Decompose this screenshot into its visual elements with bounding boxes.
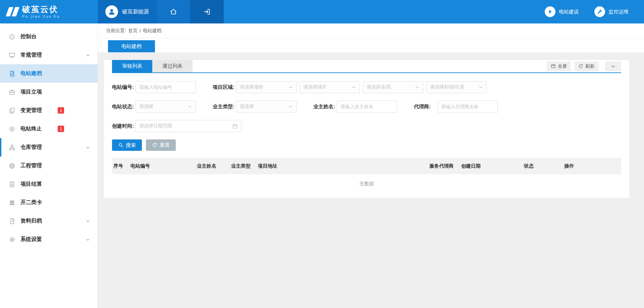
main-area: 当前位置: 首页 / 电站建档 电站建档 审核列表 通过列表 全屏 [98, 23, 644, 308]
calendar-icon [232, 123, 238, 129]
logout-icon [203, 8, 211, 15]
station-status-label: 电站状态: [112, 104, 136, 110]
sidebar-item-general-mgmt[interactable]: 常规管理 [0, 46, 98, 64]
globe-icon [9, 163, 15, 169]
breadcrumb-home-link[interactable]: 首页 [128, 28, 138, 34]
region-label: 项目区域: [213, 84, 236, 90]
filter-form: 电站编号: 项目区域: 请选择省份 请选择城市 请选择县/区 [112, 73, 621, 132]
station-termination-badge: 1 [58, 126, 64, 132]
brand-logo[interactable]: 破茧云伏 Po Jian Yun Fu [0, 0, 98, 23]
date-range-picker[interactable]: 请选择日期范围 [136, 120, 241, 132]
reset-icon [152, 142, 157, 148]
logo-icon [7, 7, 18, 16]
nav-monitoring-ops[interactable]: 监控运维 [594, 0, 629, 23]
sidebar-item-system-settings[interactable]: 系统设置 [0, 230, 98, 249]
breadcrumb: 当前位置: 首页 / 电站建档 [98, 23, 644, 38]
station-no-label: 电站编号: [112, 84, 136, 90]
sidebar-item-label: 电站建档 [20, 70, 42, 77]
chevron-down-icon [611, 64, 615, 69]
sidebar-item-station-termination[interactable]: 电站终止 1 [0, 120, 98, 138]
agent-input[interactable] [437, 101, 498, 113]
logo-subtitle: Po Jian Yun Fu [22, 14, 60, 18]
table-header-row: 序号 电站编号 业主姓名 业主类型 项目地址 服务代理商 创建日期 状态 操作 [112, 158, 621, 174]
panel-tools: 全屏 刷新 [547, 61, 621, 71]
header-spacer [224, 0, 545, 23]
page-tab-station-archive[interactable]: 电站建档 [108, 40, 155, 52]
filter-row-2: 电站状态: 请选择 业主类型: 请选择 业主姓名: 代理商: [112, 101, 621, 113]
monitor-icon [9, 52, 15, 59]
sidebar-item-label: 开二类卡 [20, 199, 42, 206]
tab-passed-list[interactable]: 通过列表 [152, 60, 193, 72]
sidebar-item-project-settlement[interactable]: 项目结算 [0, 175, 98, 193]
sidebar: 控制台 常规管理 电站建档 项目立项 变更管理 1 [0, 23, 98, 308]
list-icon [9, 199, 15, 206]
town-select-value: 请选择村镇/街道 [430, 84, 478, 90]
chevron-down-icon [86, 219, 90, 224]
reset-button[interactable]: 重置 [146, 139, 176, 151]
logo-title: 破茧云伏 [22, 5, 60, 14]
calculator-icon [9, 181, 15, 188]
refresh-button[interactable]: 刷新 [574, 61, 598, 71]
logout-button[interactable] [190, 0, 224, 23]
station-archive-panel: 审核列表 通过列表 全屏 刷新 [104, 60, 629, 198]
sidebar-item-label: 项目结算 [20, 181, 42, 188]
owner-name-label: 业主姓名: [313, 104, 337, 110]
refresh-label: 刷新 [585, 63, 594, 69]
agent-label: 代理商: [414, 104, 437, 110]
fullscreen-button[interactable]: 全屏 [547, 61, 571, 71]
sidebar-item-data-archive[interactable]: 资料归档 [0, 212, 98, 230]
sidebar-item-warehouse-mgmt[interactable]: 仓库管理 [0, 138, 98, 157]
sidebar-item-label: 仓库管理 [20, 144, 42, 151]
sidebar-item-engineering-mgmt[interactable]: 工程管理 [0, 157, 98, 175]
city-select[interactable]: 请选择城市 [300, 81, 360, 93]
user-menu[interactable]: 破茧新能源 [98, 0, 157, 23]
sidebar-item-change-mgmt[interactable]: 变更管理 1 [0, 101, 98, 120]
chevron-down-icon [86, 145, 90, 150]
chevron-down-icon [187, 104, 192, 109]
col-station-no: 电站编号 [130, 163, 197, 169]
table-empty-state: 无数据 [112, 174, 621, 193]
sidebar-item-type2-card[interactable]: 开二类卡 [0, 193, 98, 212]
sidebar-item-station-archive[interactable]: 电站建档 [0, 64, 98, 83]
copy-icon [9, 107, 15, 114]
create-time-label: 创建时间: [112, 123, 136, 129]
collapse-panel-button[interactable] [605, 61, 621, 71]
station-status-select[interactable]: 请选择 [136, 101, 196, 113]
chevron-down-icon [478, 85, 483, 89]
col-owner-name: 业主姓名 [197, 163, 231, 169]
sidebar-item-label: 变更管理 [20, 107, 42, 114]
sidebar-item-label: 资料归档 [20, 218, 42, 225]
breadcrumb-separator: / [140, 28, 141, 34]
briefcase-icon [9, 89, 15, 96]
chevron-down-icon [352, 85, 356, 89]
search-button[interactable]: 搜索 [112, 139, 142, 151]
station-no-input[interactable] [136, 81, 196, 93]
search-label: 搜索 [126, 142, 136, 148]
owner-name-input[interactable] [337, 101, 397, 113]
province-select[interactable]: 请选择省份 [236, 81, 297, 93]
home-button[interactable] [157, 0, 190, 23]
col-service-agent: 服务代理商 [429, 163, 461, 169]
col-create-date: 创建日期 [461, 163, 524, 169]
gear-icon [9, 236, 15, 243]
town-select[interactable]: 请选择村镇/街道 [426, 81, 487, 93]
sidebar-item-label: 常规管理 [20, 52, 42, 59]
province-select-value: 请选择省份 [240, 84, 288, 90]
chevron-down-icon [415, 85, 420, 89]
tab-review-list[interactable]: 审核列表 [112, 60, 152, 72]
sidebar-item-project-initiation[interactable]: 项目立项 [0, 83, 98, 101]
filter-row-3: 创建时间: 请选择日期范围 [112, 120, 621, 132]
sidebar-item-label: 工程管理 [20, 162, 42, 169]
filter-actions: 搜索 重置 [112, 139, 621, 151]
sidebar-item-console[interactable]: 控制台 [0, 27, 98, 46]
breadcrumb-prefix: 当前位置: [106, 28, 126, 34]
breadcrumb-current: 电站建档 [143, 28, 162, 34]
county-select[interactable]: 请选择县/区 [363, 81, 423, 93]
nav-station-construction[interactable]: 电站建设 [545, 0, 579, 23]
filter-row-1: 电站编号: 项目区域: 请选择省份 请选择城市 请选择县/区 [112, 81, 621, 93]
chevron-down-icon [86, 237, 90, 242]
owner-type-value: 请选择 [240, 104, 288, 110]
col-project-address: 项目地址 [258, 163, 429, 169]
owner-type-select[interactable]: 请选择 [236, 101, 297, 113]
sidebar-item-label: 控制台 [20, 33, 37, 40]
